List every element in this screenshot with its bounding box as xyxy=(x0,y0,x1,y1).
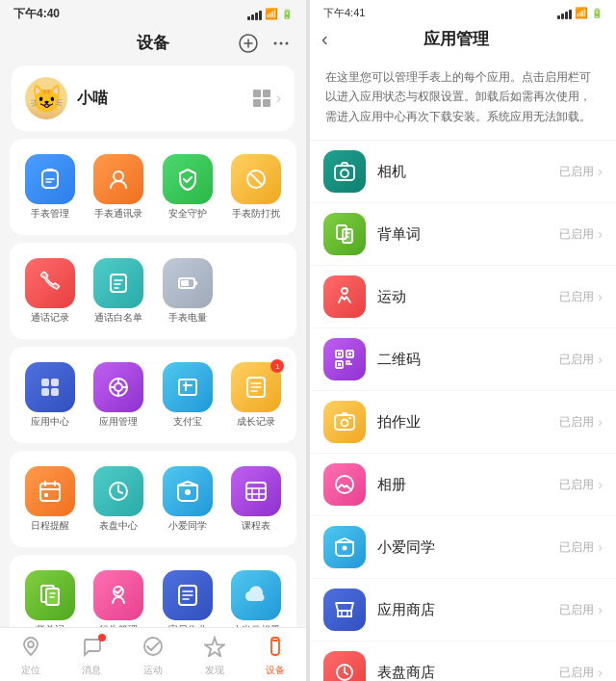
app-schedule[interactable]: 日程提醒 xyxy=(17,460,83,537)
app-list-item[interactable]: 背单词已启用› xyxy=(310,203,616,266)
svg-point-45 xyxy=(342,420,348,427)
right-signal-icon xyxy=(557,8,572,19)
list-chevron-icon: › xyxy=(598,539,603,555)
description-box: 在这里您可以管理手表上的每个应用。点击启用栏可以进入应用状态与权限设置。卸载后如… xyxy=(310,58,616,141)
apps-grid-1: 手表管理 手表通讯录 xyxy=(17,148,289,225)
app-label-call-log: 通话记录 xyxy=(31,312,69,324)
app-safety[interactable]: 安全守护 xyxy=(155,148,220,225)
list-app-name: 应用商店 xyxy=(377,601,559,619)
list-chevron-icon: › xyxy=(598,414,603,430)
list-app-icon-2 xyxy=(323,275,366,318)
app-alipay[interactable]: 支付宝 xyxy=(155,356,220,433)
app-battery[interactable]: 手表电量 xyxy=(155,252,220,329)
app-call-log[interactable]: 通话记录 xyxy=(17,252,83,329)
app-list-item[interactable]: 相机已启用› xyxy=(310,141,616,203)
app-list-item[interactable]: 应用商店已启用› xyxy=(310,579,616,642)
signal-icon xyxy=(247,9,262,20)
grid-icon xyxy=(253,90,270,107)
right-battery-icon: 🔋 xyxy=(591,8,603,18)
app-icon-xiaoai xyxy=(163,466,213,516)
exercise-icon xyxy=(142,636,164,662)
wifi-icon: 📶 xyxy=(265,8,278,20)
app-label-xiaoai: 小爱同学 xyxy=(168,520,207,532)
list-app-status: 已启用 xyxy=(559,665,594,681)
app-icon-app-center xyxy=(25,362,75,412)
list-app-name: 相册 xyxy=(377,476,559,494)
app-watchface[interactable]: 表盘中心 xyxy=(87,460,152,537)
nav-exercise[interactable]: 运动 xyxy=(122,636,184,677)
list-app-icon-5 xyxy=(323,463,366,506)
app-list-item[interactable]: 二维码已启用› xyxy=(310,328,616,391)
app-label-contacts: 手表通讯录 xyxy=(94,208,142,220)
app-list-item[interactable]: 拍作业已启用› xyxy=(310,391,616,454)
svg-rect-5 xyxy=(46,169,54,171)
app-behavior[interactable]: 行为管理 xyxy=(87,564,152,627)
right-panel: 下午4:41 📶 🔋 ‹ 应用管理 在这里您可以管理手表上的每个应用。点击启用栏… xyxy=(310,0,616,681)
left-status-bar: 下午4:40 📶 🔋 xyxy=(0,0,306,26)
left-header-actions xyxy=(237,32,293,55)
add-button[interactable] xyxy=(237,32,260,55)
profile-card[interactable]: 小喵 › xyxy=(12,65,295,131)
app-timetable[interactable]: 课程表 xyxy=(224,460,290,537)
svg-rect-23 xyxy=(246,483,266,500)
app-xiaoai[interactable]: 小爱同学 xyxy=(155,460,220,537)
svg-point-37 xyxy=(342,288,347,294)
svg-rect-36 xyxy=(343,229,352,243)
svg-point-1 xyxy=(274,41,277,44)
app-list-item[interactable]: 表盘商店已启用› xyxy=(310,642,616,681)
app-label-whitelist: 通话白名单 xyxy=(94,312,142,324)
app-label-battery: 手表电量 xyxy=(168,312,207,324)
nav-exercise-label: 运动 xyxy=(143,664,163,677)
app-growth-record[interactable]: 1 成长记录 xyxy=(224,356,290,433)
app-watch-manager[interactable]: 手表管理 xyxy=(17,148,83,225)
app-homework[interactable]: 宝贝作业 xyxy=(155,564,220,627)
nav-location[interactable]: 定位 xyxy=(0,636,62,677)
app-label-alipay: 支付宝 xyxy=(173,416,202,428)
svg-rect-15 xyxy=(51,388,59,396)
svg-rect-20 xyxy=(44,493,48,497)
app-contacts[interactable]: 手表通讯录 xyxy=(87,148,152,225)
left-header: 设备 xyxy=(0,26,306,62)
nav-messages-label: 消息 xyxy=(82,664,101,677)
app-cloud-album[interactable]: 小米云相册 xyxy=(224,564,290,627)
list-app-name: 背单词 xyxy=(377,225,559,244)
app-whitelist[interactable]: 通话白名单 xyxy=(87,252,152,329)
app-app-manager[interactable]: 应用管理 xyxy=(87,356,152,433)
svg-rect-43 xyxy=(338,363,341,366)
app-icon-schedule xyxy=(25,466,75,516)
list-app-name: 拍作业 xyxy=(377,413,559,432)
svg-point-22 xyxy=(185,489,191,495)
left-status-icons: 📶 🔋 xyxy=(247,8,293,20)
back-button[interactable]: ‹ xyxy=(321,28,336,50)
app-icon-whitelist xyxy=(93,258,143,308)
list-app-icon-8 xyxy=(323,651,366,681)
app-list-item[interactable]: 相册已启用› xyxy=(310,454,616,516)
app-list-item[interactable]: 运动已启用› xyxy=(310,266,616,328)
app-dnd[interactable]: 手表防打扰 xyxy=(224,148,290,225)
app-app-center[interactable]: 应用中心 xyxy=(17,356,83,433)
more-button[interactable] xyxy=(270,32,293,55)
svg-rect-19 xyxy=(40,484,60,501)
nav-messages[interactable]: 消息 xyxy=(62,636,123,677)
list-app-status: 已启用 xyxy=(559,539,594,556)
list-app-icon-3 xyxy=(323,338,366,380)
avatar xyxy=(25,77,67,119)
svg-point-30 xyxy=(28,642,34,647)
app-icon-behavior xyxy=(93,570,143,620)
battery-icon: 🔋 xyxy=(281,9,293,19)
nav-device[interactable]: 设备 xyxy=(244,636,306,677)
messages-badge xyxy=(98,634,106,642)
list-app-icon-4 xyxy=(323,401,366,443)
list-app-status: 已启用 xyxy=(559,414,594,431)
app-icon-timetable xyxy=(231,466,281,516)
nav-discover[interactable]: 发现 xyxy=(184,636,245,677)
growth-badge: 1 xyxy=(270,359,284,373)
apps-grid-3: 应用中心 应用管理 xyxy=(17,356,289,433)
svg-rect-11 xyxy=(181,280,189,286)
apps-grid-4: 日程提醒 表盘中心 xyxy=(17,460,289,537)
profile-name: 小喵 xyxy=(77,89,108,109)
app-vocabulary[interactable]: 背单词 xyxy=(17,564,83,627)
list-app-status: 已启用 xyxy=(559,226,594,243)
app-list-item[interactable]: 小爱同学已启用› xyxy=(310,516,616,579)
list-app-icon-0 xyxy=(323,150,366,193)
